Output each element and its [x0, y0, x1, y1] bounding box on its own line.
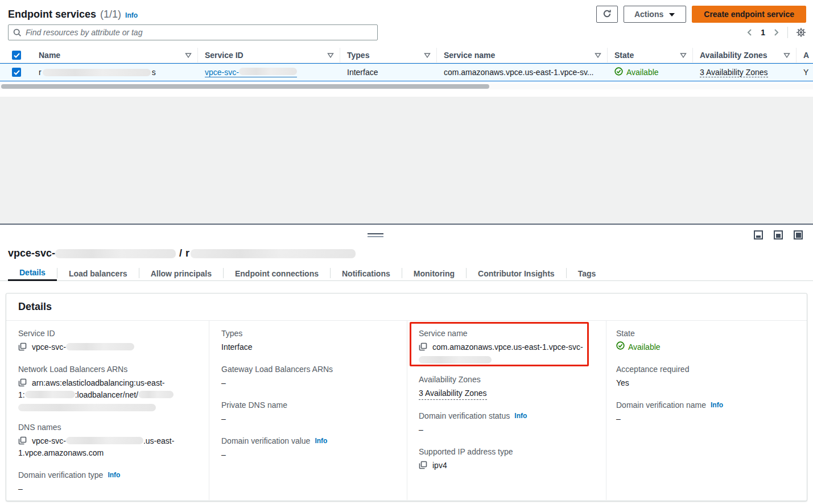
tab-label: Endpoint connections	[235, 269, 319, 278]
empty-value: –	[221, 413, 397, 425]
redacted-text	[239, 68, 297, 75]
search-box[interactable]	[8, 24, 378, 40]
field-label: Availability Zones	[419, 375, 481, 384]
select-all-checkbox[interactable]	[12, 51, 21, 60]
nlb-arn-fragment: :loadbalancer/net/	[75, 390, 138, 399]
sort-icon[interactable]	[783, 53, 790, 58]
tab-contributor-insights[interactable]: Contributor Insights	[467, 266, 566, 281]
row-checkbox[interactable]	[12, 68, 21, 77]
refresh-button[interactable]	[596, 6, 618, 23]
settings-gear-icon[interactable]	[796, 27, 806, 38]
create-endpoint-service-button[interactable]: Create endpoint service	[692, 6, 806, 23]
cell-acceptance-truncated: Y	[797, 64, 813, 81]
redacted-text	[191, 249, 356, 258]
content-background	[0, 97, 813, 224]
panel-position-half-icon[interactable]	[774, 230, 783, 239]
availability-zones-link[interactable]: 3 Availability Zones	[419, 387, 487, 400]
sort-icon[interactable]	[595, 53, 601, 58]
details-card-heading: Details	[6, 294, 807, 321]
service-name-value: com.amazonaws.vpce.us-east-1.vpce-sv...	[444, 68, 594, 77]
page-number[interactable]: 1	[761, 28, 765, 37]
field-private-dns-name: Private DNS name –	[221, 400, 397, 425]
info-link[interactable]: Info	[108, 471, 120, 479]
copy-icon[interactable]	[18, 342, 27, 351]
page: Endpoint services (1/1) Info Actions	[0, 0, 813, 504]
ip-value: ipv4	[432, 461, 447, 470]
column-header-service-name[interactable]: Service name	[437, 48, 608, 63]
field-domain-verification-status: Domain verification status Info –	[419, 411, 596, 436]
caret-down-icon	[668, 10, 675, 19]
page-header: Endpoint services (1/1) Info Actions	[8, 5, 806, 24]
title-name-fragment: r	[185, 247, 189, 259]
create-endpoint-service-label: Create endpoint service	[704, 10, 794, 19]
split-panel-title: vpce-svc-/r	[8, 247, 356, 259]
column-header-availability-zones[interactable]: Availability Zones	[693, 48, 797, 63]
copy-icon[interactable]	[419, 461, 427, 469]
tab-endpoint-connections[interactable]: Endpoint connections	[224, 266, 330, 281]
info-link[interactable]: Info	[315, 437, 327, 445]
status-available-icon	[616, 341, 625, 353]
tab-details[interactable]: Details	[8, 266, 57, 281]
field-domain-verification-name: Domain verification name Info –	[616, 400, 797, 425]
title-separator: /	[179, 247, 182, 259]
pagination: 1	[746, 24, 806, 40]
sort-icon[interactable]	[327, 53, 334, 58]
column-header-name[interactable]: Name	[32, 48, 198, 63]
field-nlb-arns: Network Load Balancers ARNs arn:aws:elas…	[18, 365, 199, 411]
field-domain-verification-value: Domain verification value Info –	[221, 436, 397, 461]
tab-tags[interactable]: Tags	[567, 266, 608, 281]
sort-icon[interactable]	[424, 53, 431, 58]
next-page-icon[interactable]	[773, 28, 779, 36]
redacted-text	[66, 437, 143, 444]
panel-position-bottom-icon[interactable]	[754, 230, 763, 239]
availability-zones-link[interactable]: 3 Availability Zones	[700, 68, 768, 77]
acceptance-fragment: Y	[803, 68, 808, 77]
sort-icon[interactable]	[680, 53, 687, 58]
table-row[interactable]: rs vpce-svc- Interface com.amazonaws.vpc…	[0, 63, 813, 81]
tab-notifications[interactable]: Notifications	[331, 266, 402, 281]
split-panel: vpce-svc-/r Details Load balancers Allow…	[0, 224, 813, 504]
copy-icon[interactable]	[18, 378, 27, 387]
actions-button[interactable]: Actions	[624, 6, 686, 23]
field-label: Network Load Balancers ARNs	[18, 365, 127, 374]
sort-icon[interactable]	[185, 53, 192, 58]
field-service-name: Service name com.amazonaws.vpce.us-east-…	[419, 329, 596, 363]
divider	[787, 27, 788, 38]
service-name-value: com.amazonaws.vpce.us-east-1.vpce-svc-	[432, 342, 583, 352]
split-panel-drag-handle[interactable]	[368, 233, 383, 237]
panel-position-full-icon[interactable]	[794, 230, 803, 239]
column-header-types[interactable]: Types	[340, 48, 437, 63]
copy-icon[interactable]	[18, 436, 27, 445]
horizontal-scrollbar-thumb[interactable]	[1, 84, 489, 89]
search-input[interactable]	[26, 28, 373, 37]
details-column-1: Service ID vpce-svc- Network Load Balanc…	[6, 321, 209, 500]
tab-monitoring[interactable]: Monitoring	[402, 266, 466, 281]
cell-availability-zones: 3 Availability Zones	[693, 64, 797, 81]
info-link[interactable]: Info	[514, 412, 527, 420]
redacted-text	[18, 404, 156, 411]
tab-load-balancers[interactable]: Load balancers	[57, 266, 139, 281]
service-id-link[interactable]: vpce-svc-	[205, 68, 297, 77]
tab-allow-principals[interactable]: Allow principals	[139, 266, 223, 281]
cell-service-id: vpce-svc-	[198, 64, 340, 81]
previous-page-icon[interactable]	[746, 28, 753, 36]
empty-value: –	[221, 449, 397, 461]
field-label: Domain verification status	[419, 411, 510, 420]
types-value: Interface	[221, 341, 397, 353]
column-header-state[interactable]: State	[608, 48, 693, 63]
copy-icon[interactable]	[419, 342, 427, 351]
column-label: A	[803, 51, 813, 60]
redacted-text	[66, 343, 134, 350]
field-label: Domain verification value	[221, 436, 310, 445]
table-header-row: Name Service ID Types Service name State	[0, 48, 813, 63]
field-dns-names: DNS names vpce-svc-.us-east- 1.vpce.amaz…	[18, 423, 199, 459]
info-link[interactable]: Info	[125, 11, 138, 19]
field-types: Types Interface	[221, 329, 397, 353]
column-label: Types	[347, 51, 420, 60]
info-link[interactable]: Info	[711, 401, 723, 409]
column-header-acceptance-truncated[interactable]: A	[797, 48, 813, 63]
column-header-service-id[interactable]: Service ID	[198, 48, 340, 63]
column-label: Availability Zones	[700, 51, 780, 60]
state-value: Available	[628, 341, 661, 353]
field-label: Types	[221, 329, 242, 338]
